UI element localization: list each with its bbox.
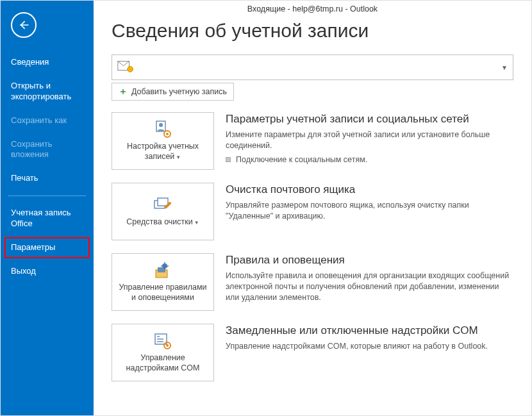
chevron-down-icon: ▼ bbox=[501, 64, 508, 71]
svg-point-1 bbox=[128, 67, 133, 72]
app-root: Сведения Открыть и экспортировать Сохран… bbox=[0, 0, 532, 416]
sub-social: Подключение к социальным сетям. bbox=[226, 155, 513, 164]
svg-point-10 bbox=[162, 263, 167, 269]
add-account-label: Добавить учетную запись bbox=[131, 87, 227, 96]
nav-exit[interactable]: Выход bbox=[1, 260, 94, 283]
addins-icon bbox=[152, 331, 174, 351]
nav-save-attachments[interactable]: Сохранить вложения bbox=[1, 133, 94, 167]
nav-open-export[interactable]: Открыть и экспортировать bbox=[1, 74, 94, 109]
text-com: Управление надстройками COM, которые вли… bbox=[226, 341, 513, 352]
desc-account-settings: Параметры учетной записи и социальных се… bbox=[226, 112, 513, 164]
back-arrow-icon bbox=[17, 19, 30, 31]
sidebar: Сведения Открыть и экспортировать Сохран… bbox=[1, 1, 94, 415]
desc-cleanup: Очистка почтового ящика Управляйте разме… bbox=[226, 183, 513, 222]
row-cleanup: Средства очистки▼ Очистка почтового ящик… bbox=[112, 183, 513, 240]
nav-divider bbox=[8, 196, 86, 196]
user-gear-icon bbox=[152, 120, 174, 139]
heading-account-settings: Параметры учетной записи и социальных се… bbox=[226, 112, 513, 126]
page-title: Сведения об учетной записи bbox=[112, 20, 513, 42]
svg-point-5 bbox=[166, 133, 169, 135]
tile-com-addins[interactable]: Управление надстройками COM bbox=[112, 324, 214, 381]
tiles-container: Настройка учетных записей▼ Параметры уче… bbox=[112, 112, 513, 381]
cleanup-icon bbox=[152, 196, 174, 215]
svg-point-3 bbox=[159, 123, 163, 127]
main-content: Входящие - help@6tmp.ru - Outlook Сведен… bbox=[94, 1, 531, 415]
bullet-icon bbox=[226, 157, 231, 162]
window-title: Входящие - help@6tmp.ru - Outlook bbox=[112, 4, 513, 13]
tile-rules-label: Управление правилами и оповещениями bbox=[116, 283, 210, 303]
mailbox-icon bbox=[117, 60, 135, 75]
text-cleanup: Управляйте размером почтового ящика, исп… bbox=[226, 200, 513, 222]
nav-office-account[interactable]: Учетная запись Office bbox=[1, 201, 94, 236]
tile-cleanup[interactable]: Средства очистки▼ bbox=[112, 183, 214, 240]
rules-icon bbox=[152, 261, 174, 280]
row-account-settings: Настройка учетных записей▼ Параметры уче… bbox=[112, 112, 513, 170]
svg-point-13 bbox=[166, 344, 169, 347]
tile-com-label: Управление надстройками COM bbox=[116, 353, 210, 373]
add-account-button[interactable]: ＋ Добавить учетную запись bbox=[112, 83, 234, 101]
row-com: Управление надстройками COM Замедленные … bbox=[112, 324, 513, 381]
nav-print[interactable]: Печать bbox=[1, 167, 94, 190]
account-selector[interactable]: ▼ bbox=[112, 54, 513, 80]
svg-rect-7 bbox=[158, 198, 168, 206]
text-rules: Используйте правила и оповещения для орг… bbox=[226, 270, 513, 303]
tile-rules[interactable]: Управление правилами и оповещениями bbox=[112, 253, 214, 311]
tile-account-settings-label: Настройка учетных записей▼ bbox=[116, 142, 210, 162]
heading-cleanup: Очистка почтового ящика bbox=[226, 183, 513, 196]
tile-cleanup-label: Средства очистки▼ bbox=[126, 217, 199, 228]
row-rules: Управление правилами и оповещениями Прав… bbox=[112, 253, 513, 311]
desc-rules: Правила и оповещения Используйте правила… bbox=[226, 253, 513, 303]
back-button[interactable] bbox=[11, 12, 37, 38]
text-account-settings: Измените параметры для этой учетной запи… bbox=[226, 129, 513, 151]
desc-com: Замедленные или отключенные надстройки C… bbox=[226, 324, 513, 352]
nav-options[interactable]: Параметры bbox=[1, 236, 94, 260]
tile-account-settings[interactable]: Настройка учетных записей▼ bbox=[112, 112, 214, 170]
plus-icon: ＋ bbox=[119, 86, 128, 97]
nav-info[interactable]: Сведения bbox=[1, 51, 94, 74]
nav-save-as[interactable]: Сохранить как bbox=[1, 109, 94, 133]
heading-com: Замедленные или отключенные надстройки C… bbox=[226, 324, 513, 337]
heading-rules: Правила и оповещения bbox=[226, 253, 513, 267]
